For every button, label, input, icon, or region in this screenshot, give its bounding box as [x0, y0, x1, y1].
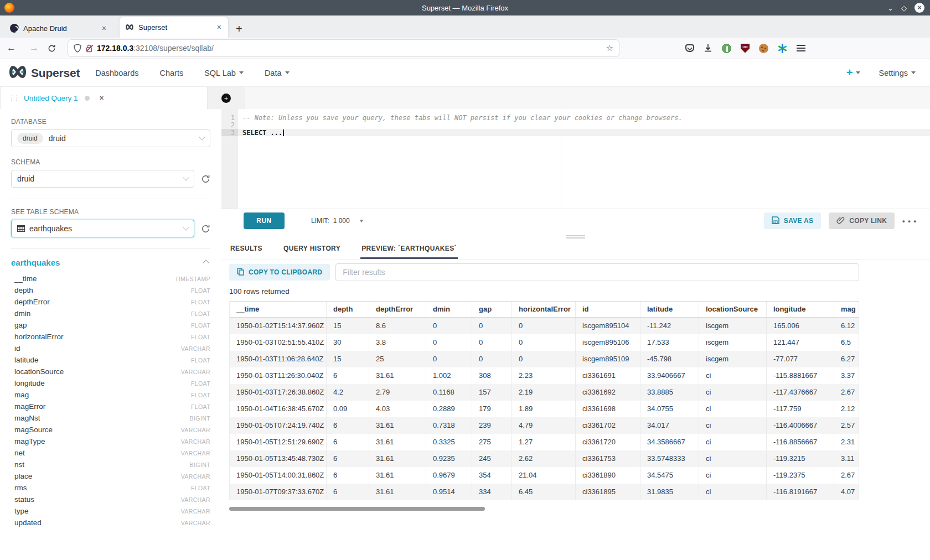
table-row[interactable]: 1950-01-03T17:26:38.860Z4.22.790.1168157… — [230, 384, 859, 401]
browser-tab-apache-druid[interactable]: Apache Druid × — [4, 19, 113, 38]
maximize-icon[interactable]: ◇ — [901, 4, 907, 12]
nav-item-charts[interactable]: Charts — [159, 69, 183, 77]
table-row[interactable]: 1950-01-04T16:38:45.670Z0.094.030.288917… — [230, 401, 859, 417]
forward-icon[interactable]: → — [23, 43, 45, 54]
schema-column-row[interactable]: magError FLOAT — [11, 401, 210, 412]
new-tab-button[interactable]: + — [236, 23, 242, 34]
results-column-header[interactable]: longitude — [767, 302, 834, 317]
refresh-table-icon[interactable] — [201, 224, 210, 234]
schema-column-row[interactable]: dmin FLOAT — [11, 308, 210, 319]
schema-select[interactable]: druid — [11, 170, 194, 188]
results-column-header[interactable]: depthError — [369, 302, 426, 317]
close-icon[interactable]: × — [914, 3, 924, 13]
schema-column-row[interactable]: magType VARCHAR — [11, 435, 210, 447]
schema-column-row[interactable]: magNst BIGINT — [11, 412, 210, 424]
tab-query-history[interactable]: QUERY HISTORY — [282, 241, 342, 257]
table-select[interactable]: earthquakes — [11, 220, 194, 237]
superset-brand[interactable]: Superset — [8, 65, 80, 81]
back-icon[interactable]: ← — [0, 43, 23, 54]
pane-resize-row[interactable] — [221, 232, 930, 241]
scrollbar-thumb[interactable] — [229, 507, 485, 511]
editor-code-area[interactable]: -- Note: Unless you save your query, the… — [238, 109, 930, 209]
table-schema-header[interactable]: earthquakes — [11, 258, 210, 267]
tab-preview-earthquakes[interactable]: PREVIEW: `EARTHQUAKES` — [360, 241, 458, 259]
schema-column-row[interactable]: rms FLOAT — [11, 482, 210, 494]
schema-column-row[interactable]: nst BIGINT — [11, 459, 210, 470]
more-menu-icon[interactable]: • • • — [902, 217, 917, 225]
new-item-button[interactable]: + — [846, 66, 860, 79]
schema-column-row[interactable]: id VARCHAR — [11, 343, 210, 354]
database-select[interactable]: druid druid — [11, 129, 210, 147]
results-column-header[interactable]: gap — [472, 302, 512, 317]
run-button[interactable]: RUN — [244, 212, 285, 229]
schema-column-row[interactable]: longitude FLOAT — [11, 377, 210, 389]
browser-tab-superset[interactable]: Superset × — [120, 17, 228, 38]
table-row[interactable]: 1950-01-03T02:51:55.410Z303.8000iscgem89… — [230, 334, 859, 351]
tab-close-icon[interactable]: × — [101, 24, 107, 33]
limit-dropdown[interactable]: LIMIT: 1 000 — [311, 217, 364, 225]
url-field[interactable]: 172.18.0.3:32108/superset/sqllab/ ☆ — [68, 40, 619, 56]
table-row[interactable]: 1950-01-07T09:37:33.670Z631.610.95143346… — [230, 484, 859, 500]
results-column-header[interactable]: locationSource — [699, 302, 767, 317]
sql-editor[interactable]: 123 -- Note: Unless you save your query,… — [221, 109, 930, 209]
table-row[interactable]: 1950-01-05T12:51:29.690Z631.610.33252751… — [230, 434, 859, 450]
table-row[interactable]: 1950-01-05T14:00:31.860Z631.610.96793542… — [230, 467, 859, 484]
settings-menu[interactable]: Settings — [879, 69, 916, 77]
schema-column-row[interactable]: type VARCHAR — [11, 505, 210, 517]
downloads-icon[interactable] — [704, 44, 712, 53]
drag-handle-icon[interactable]: ⋮⋮ — [8, 94, 18, 102]
schema-column-row[interactable]: updated VARCHAR — [11, 517, 210, 528]
filter-results-input[interactable] — [335, 263, 859, 281]
schema-column-row[interactable]: status VARCHAR — [11, 494, 210, 505]
results-column-header[interactable]: horizontalError — [512, 302, 576, 317]
table-row[interactable]: 1950-01-05T07:24:19.740Z631.610.73182394… — [230, 417, 859, 434]
results-column-header[interactable]: id — [576, 302, 640, 317]
collapse-chevron-icon[interactable] — [203, 260, 209, 266]
pocket-icon[interactable] — [685, 44, 694, 52]
query-tab-untitled-query-1[interactable]: ⋮⋮ Untitled Query 1 × — [0, 87, 208, 109]
table-row[interactable]: 1950-01-03T11:06:28.640Z1525000iscgem895… — [230, 351, 859, 367]
refresh-schema-icon[interactable] — [201, 174, 210, 184]
copy-to-clipboard-button[interactable]: COPY TO CLIPBOARD — [229, 264, 330, 281]
schema-column-row[interactable]: depthError FLOAT — [11, 296, 210, 308]
schema-column-row[interactable]: depth FLOAT — [11, 284, 210, 296]
save-as-button[interactable]: SAVE AS — [764, 212, 821, 229]
table-row[interactable]: 1950-01-02T15:14:37.960Z158.6000iscgem89… — [230, 318, 859, 334]
nav-item-sql-lab[interactable]: SQL Lab — [204, 69, 244, 77]
nav-item-dashboards[interactable]: Dashboards — [95, 69, 138, 77]
schema-column-row[interactable]: __time TIMESTAMP — [11, 273, 210, 284]
schema-column-row[interactable]: magSource VARCHAR — [11, 424, 210, 435]
ublock-origin-icon[interactable] — [741, 44, 750, 53]
results-column-header[interactable]: depth — [327, 302, 369, 317]
schema-column-row[interactable]: place VARCHAR — [11, 470, 210, 482]
table-row[interactable]: 1950-01-03T11:26:30.040Z631.611.0023082.… — [230, 367, 859, 384]
schema-column-row[interactable]: mag FLOAT — [11, 389, 210, 401]
cookie-extension-icon[interactable] — [759, 44, 768, 53]
schema-column-row[interactable]: locationSource VARCHAR — [11, 366, 210, 377]
copy-link-button[interactable]: COPY LINK — [829, 212, 895, 229]
schema-column-row[interactable]: gap FLOAT — [11, 319, 210, 331]
sparkle-extension-icon[interactable] — [778, 44, 787, 53]
results-column-header[interactable]: mag — [834, 302, 859, 317]
table-row[interactable]: 1950-01-05T13:45:48.730Z631.610.92352452… — [230, 450, 859, 467]
tab-results[interactable]: RESULTS — [229, 241, 264, 257]
reload-icon[interactable] — [48, 44, 56, 53]
schema-column-row[interactable]: net VARCHAR — [11, 447, 210, 459]
menu-hamburger-icon[interactable] — [797, 45, 805, 51]
results-column-header[interactable]: __time — [230, 302, 327, 317]
query-tab-close-icon[interactable]: × — [100, 94, 104, 102]
tab-close-icon[interactable]: × — [216, 23, 223, 32]
horizontal-scrollbar[interactable] — [229, 507, 859, 511]
results-column-header[interactable]: dmin — [426, 302, 472, 317]
tracking-shield-icon[interactable] — [74, 44, 81, 53]
resize-handle-icon[interactable] — [566, 235, 585, 238]
schema-column-row[interactable]: latitude FLOAT — [11, 354, 210, 366]
add-query-tab-button[interactable]: + — [208, 87, 245, 109]
results-column-header[interactable]: latitude — [640, 302, 699, 317]
bookmark-star-icon[interactable]: ☆ — [606, 43, 613, 53]
extension-green-icon[interactable] — [722, 44, 731, 53]
insecure-lock-icon[interactable] — [86, 44, 92, 53]
schema-column-row[interactable]: horizontalError FLOAT — [11, 331, 210, 343]
minimize-icon[interactable]: ⌄ — [887, 4, 893, 12]
nav-item-data[interactable]: Data — [265, 69, 290, 77]
